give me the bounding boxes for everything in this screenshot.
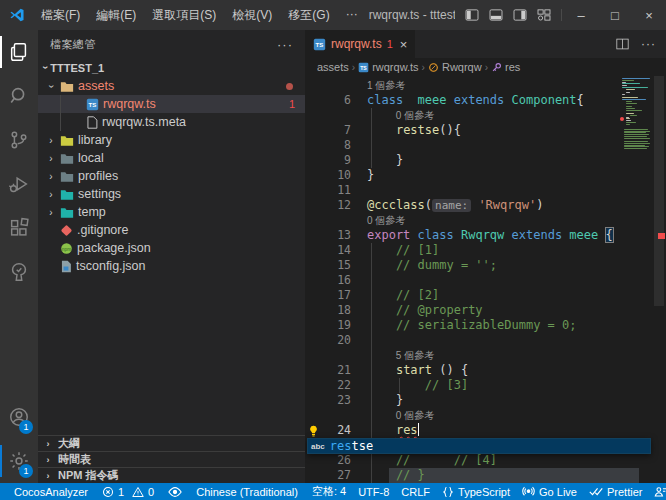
status-prettier[interactable]: Prettier xyxy=(583,483,648,500)
code-line-21[interactable]: 21 start () { xyxy=(305,363,620,378)
code-lens-label[interactable]: 0 個參考 xyxy=(367,110,434,121)
code-lens-label[interactable]: 0 個參考 xyxy=(367,410,434,421)
menu-4[interactable]: 移至(G) xyxy=(281,4,336,27)
line-content[interactable]: 1 個參考 xyxy=(367,78,620,93)
line-content[interactable]: @ccclass(name: 'Rwqrqw') xyxy=(367,198,620,213)
code-line-6[interactable]: 6class meee extends Component{ xyxy=(305,93,620,108)
tree-item-profiles[interactable]: ›profiles xyxy=(38,167,305,185)
tree-item-local[interactable]: ›local xyxy=(38,149,305,167)
tree-item-temp[interactable]: ›temp xyxy=(38,203,305,221)
code-line-10[interactable]: 10} xyxy=(305,168,620,183)
status-golive[interactable]: Go Live xyxy=(516,483,583,500)
status-lang[interactable]: Chinese (Traditional) xyxy=(190,483,304,500)
line-content[interactable]: start () { xyxy=(367,363,620,378)
status-mode[interactable]: TypeScript xyxy=(436,483,516,500)
line-content[interactable]: 5 個參考 xyxy=(367,348,620,363)
tree-item-package-json[interactable]: npmpackage.json xyxy=(38,239,305,257)
code-line-18[interactable]: 18 // @property xyxy=(305,303,620,318)
status-feedback[interactable] xyxy=(648,483,666,500)
code-line-11[interactable]: 11 xyxy=(305,183,620,198)
tree-item-rwqrqw-ts[interactable]: TSrwqrqw.ts1 xyxy=(38,95,305,113)
status-problems[interactable]: 10 xyxy=(96,483,160,500)
menu-0[interactable]: 檔案(F) xyxy=(34,4,87,27)
line-content[interactable]: restse(){ xyxy=(367,123,620,138)
status-eye[interactable] xyxy=(162,483,188,500)
tree-item-library[interactable]: ›library xyxy=(38,131,305,149)
activity-files-icon[interactable] xyxy=(0,30,38,74)
line-content[interactable]: // [2] xyxy=(367,288,620,303)
status-cocos[interactable]: CocosAnalyzer xyxy=(8,483,94,500)
activity-search-icon[interactable] xyxy=(0,74,38,118)
breadcrumb-item-res[interactable]: res xyxy=(491,61,520,73)
tree-item-tsconfig-json[interactable]: tsconfig.json xyxy=(38,257,305,275)
status-spaces[interactable]: 空格: 4 xyxy=(306,483,352,500)
activity-source-control-icon[interactable] xyxy=(0,118,38,162)
tree-item--gitignore[interactable]: .gitignore xyxy=(38,221,305,239)
line-content[interactable]: 0 個參考 xyxy=(367,408,620,423)
code-lens-label[interactable]: 5 個參考 xyxy=(367,350,434,361)
scrollbar-thumb[interactable] xyxy=(654,76,664,306)
line-content[interactable]: } xyxy=(367,153,620,168)
status-eol[interactable]: CRLF xyxy=(395,483,436,500)
code-line-19[interactable]: 19 // serializableDummy = 0; xyxy=(305,318,620,333)
line-content[interactable]: // // [4] xyxy=(367,453,620,468)
activity-run-debug-icon[interactable] xyxy=(0,162,38,206)
line-content[interactable] xyxy=(367,273,620,288)
activity-gear-icon[interactable]: 1 xyxy=(0,439,38,483)
menu-3[interactable]: 檢視(V) xyxy=(225,4,279,27)
code-line-20[interactable]: 20 xyxy=(305,333,620,348)
breadcrumb-item-rwqrqw[interactable]: Rwqrqw xyxy=(428,61,482,73)
code-line-26[interactable]: 26 // // [4] xyxy=(305,453,620,468)
code-line-15[interactable]: 15 // dummy = ''; xyxy=(305,258,620,273)
line-content[interactable]: // [1] xyxy=(367,243,620,258)
toggle-panel-icon[interactable] xyxy=(489,9,503,21)
code-lens-label[interactable]: 0 個參考 xyxy=(367,215,405,226)
code-line-22[interactable]: 22 // [3] xyxy=(305,378,620,393)
line-content[interactable]: } xyxy=(367,393,620,408)
line-content[interactable] xyxy=(367,333,620,348)
code-line-17[interactable]: 17 // [2] xyxy=(305,288,620,303)
tab-rwqrqw-ts[interactable]: TS rwqrqw.ts 1 × xyxy=(305,30,415,58)
status-encoding[interactable]: UTF-8 xyxy=(352,483,395,500)
line-content[interactable]: } xyxy=(367,168,620,183)
toggle-sidebar-icon[interactable] xyxy=(465,9,479,21)
breadcrumb-item-rwqrqw-ts[interactable]: TSrwqrqw.ts xyxy=(358,61,418,73)
line-content[interactable] xyxy=(367,138,620,153)
code-lens-label[interactable]: 1 個參考 xyxy=(367,80,405,91)
tab-close-icon[interactable]: × xyxy=(400,37,408,52)
breadcrumb-item-assets[interactable]: assets xyxy=(317,61,349,73)
line-content[interactable]: 0 個參考 xyxy=(367,108,620,123)
vscode-logo-icon[interactable] xyxy=(0,7,34,23)
project-root-row[interactable]: › TTTEST_1 xyxy=(38,58,305,77)
code-area[interactable]: 1 個參考6class meee extends Component{0 個參考… xyxy=(305,76,666,483)
code-line-9[interactable]: 9 } xyxy=(305,153,620,168)
menu-1[interactable]: 編輯(E) xyxy=(89,4,143,27)
activity-tree-check-icon[interactable] xyxy=(0,250,38,294)
line-content[interactable]: // } xyxy=(367,468,620,483)
line-content[interactable]: res xyxy=(367,423,620,438)
customize-layout-icon[interactable] xyxy=(537,9,551,21)
code-line-13[interactable]: 13export class Rwqrqw extends meee { xyxy=(305,228,620,243)
lightbulb-icon[interactable] xyxy=(305,425,321,437)
line-content[interactable]: // @property xyxy=(367,303,620,318)
tree-item-rwqrqw-ts-meta[interactable]: rwqrqw.ts.meta xyxy=(38,113,305,131)
activity-account-icon[interactable]: 1 xyxy=(0,395,38,439)
line-content[interactable]: // serializableDummy = 0; xyxy=(367,318,620,333)
line-content[interactable]: class meee extends Component{ xyxy=(367,93,620,108)
line-content[interactable]: // [3] xyxy=(367,378,620,393)
code-line-14[interactable]: 14 // [1] xyxy=(305,243,620,258)
close-button[interactable]: × xyxy=(632,0,666,30)
maximize-button[interactable]: □ xyxy=(598,0,632,30)
sidebar-section-2[interactable]: ›NPM 指令碼 xyxy=(38,467,305,483)
menu-overflow[interactable]: ··· xyxy=(339,4,365,27)
line-content[interactable]: 0 個參考 xyxy=(367,213,620,228)
code-line-16[interactable]: 16 xyxy=(305,273,620,288)
tree-item-settings[interactable]: ›settings xyxy=(38,185,305,203)
split-editor-icon[interactable] xyxy=(616,38,629,50)
editor-more-actions-icon[interactable]: ··· xyxy=(641,37,656,51)
code-line-8[interactable]: 8 xyxy=(305,138,620,153)
suggest-widget[interactable]: abc restse xyxy=(307,438,651,454)
sidebar-section-0[interactable]: ›大綱 xyxy=(38,435,305,451)
code-line-23[interactable]: 23 } xyxy=(305,393,620,408)
line-content[interactable] xyxy=(367,183,620,198)
